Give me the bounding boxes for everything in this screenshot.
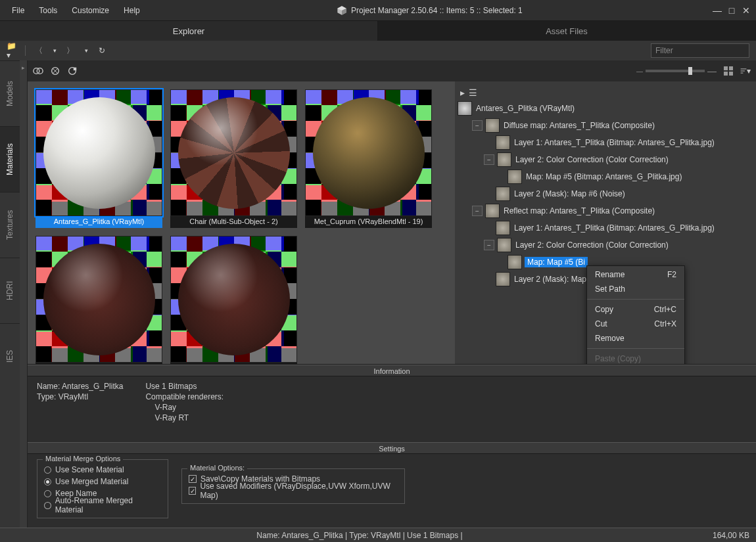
collapse-icon[interactable]: −	[472, 206, 483, 216]
thumb-item[interactable]: Antares_G_Plitka (VRayMtl)	[35, 89, 162, 228]
tool-icon-1[interactable]	[33, 66, 43, 76]
svg-rect-9	[729, 66, 733, 70]
tree-list-icon[interactable]: ☰	[469, 87, 477, 98]
map-swatch-icon	[485, 118, 500, 133]
filter-input[interactable]: Filter	[651, 43, 749, 58]
side-tab-hdri[interactable]: HDRI	[0, 258, 20, 323]
menu-help[interactable]: Help	[117, 3, 147, 18]
info-name-label: Name:	[37, 382, 60, 391]
thumb-item[interactable]: Wood_Dark (VRayMtl)	[35, 236, 162, 364]
svg-rect-14	[741, 73, 744, 74]
sort-icon[interactable]: ▾	[740, 66, 751, 76]
tree-node[interactable]: Layer 1: Antares_T_Plitka (Bitmap: Antar…	[458, 219, 753, 237]
ctx-remove[interactable]: Remove	[587, 331, 684, 346]
side-tab-materials[interactable]: Materials	[0, 126, 20, 192]
svg-rect-13	[741, 70, 745, 71]
ctx-set-path[interactable]: Set Path	[587, 282, 684, 296]
tree-node[interactable]: Layer 2 (Mask): Map #6 (Noise)	[458, 185, 753, 202]
tab-explorer[interactable]: Explorer	[0, 21, 378, 41]
radio-use-scene[interactable]: Use Scene Material	[44, 464, 161, 476]
tool-icon-2[interactable]	[50, 66, 60, 76]
side-collapse-handle[interactable]: ▸	[20, 60, 28, 528]
menu-tools[interactable]: Tools	[32, 3, 64, 18]
side-tabs: Models Materials Textures HDRI IES	[0, 60, 20, 528]
tree-node[interactable]: Layer 1: Antares_T_Plitka (Bitmap: Antar…	[458, 134, 753, 151]
tree-expand-icon[interactable]: ▸	[460, 87, 465, 98]
grid-view-icon[interactable]	[723, 66, 734, 76]
menu-customize[interactable]: Customize	[65, 3, 116, 18]
svg-rect-8	[724, 66, 728, 70]
collapse-icon[interactable]: −	[484, 240, 494, 250]
merge-legend: Material Merge Options	[43, 455, 123, 463]
thumb-caption: Met_Cuprum (VRayBlendMtl - 19)	[305, 216, 432, 228]
nav-back-icon[interactable]: 〈	[34, 45, 44, 56]
tree-panel: ▸ ☰ Antares_G_Plitka (VRayMtl) − Diffuse…	[455, 81, 756, 364]
info-header[interactable]: Information	[28, 365, 756, 376]
thumb-caption: Chair (Multi-Sub-Object - 2)	[170, 216, 297, 228]
tree-node[interactable]: − Layer 2: Color Correction (Color Corre…	[458, 151, 753, 168]
thumbnail-grid: Antares_G_Plitka (VRayMtl) Chair (Multi-…	[28, 81, 455, 364]
collapse-icon[interactable]: −	[484, 154, 494, 165]
svg-rect-11	[729, 72, 733, 76]
refresh-icon[interactable]: ↻	[97, 45, 107, 56]
context-menu: RenameF2 Set Path CopyCtrl+C CutCtrl+X R…	[586, 265, 685, 364]
tree-node[interactable]: Map: Map #5 (Bitmap: Antares_G_Plitka.jp…	[458, 168, 753, 185]
maximize-button[interactable]: □	[727, 6, 736, 15]
close-button[interactable]: ✕	[742, 6, 751, 15]
ctx-copy[interactable]: CopyCtrl+C	[587, 302, 684, 317]
thumb-caption: Wood_Dark_Sed...ayBlendMtl - 19)	[170, 363, 297, 364]
tree-root[interactable]: Antares_G_Plitka (VRayMtl)	[458, 100, 753, 117]
tab-asset-files[interactable]: Asset Files	[378, 21, 756, 41]
ctx-rename[interactable]: RenameF2	[587, 267, 684, 282]
info-type-value: VRayMtl	[59, 392, 88, 401]
info-renderer-1: V-Ray	[145, 403, 224, 412]
ctx-cut[interactable]: CutCtrl+X	[587, 317, 684, 331]
thumb-caption: Antares_G_Plitka (VRayMtl)	[35, 216, 162, 228]
side-tab-ies[interactable]: IES	[0, 323, 20, 389]
nav-forward-icon[interactable]: 〉	[65, 45, 76, 56]
status-size: 164,00 KB	[713, 531, 749, 540]
back-dropdown-icon[interactable]: ▾	[49, 45, 60, 56]
thumb-item[interactable]: Wood_Dark_Sed...ayBlendMtl - 19)	[170, 236, 297, 364]
title-bar: File Tools Customize Help Project Manage…	[0, 0, 756, 21]
folder-dropdown-icon[interactable]: 📁▾	[7, 45, 17, 56]
info-panel: Name: Antares_G_Plitka Type: VRayMtl Use…	[28, 376, 756, 442]
toolbar: 📁▾ 〈 ▾ 〉 ▾ ↻ Filter	[0, 41, 756, 60]
thumb-size-slider[interactable]: — —	[636, 66, 717, 76]
collapse-icon[interactable]: −	[472, 120, 483, 131]
map-swatch-icon	[496, 187, 510, 201]
material-swatch-icon	[458, 101, 472, 116]
menu-file[interactable]: File	[5, 3, 31, 18]
info-type-label: Type:	[37, 392, 56, 401]
tree-node[interactable]: − Diffuse map: Antares_T_Plitka (Composi…	[458, 117, 753, 134]
check-use-modifiers[interactable]: ✓Use saved Modifiers (VRayDisplace,UVW X…	[189, 485, 398, 497]
thumb-toolbar: — — ▾	[28, 60, 756, 81]
radio-use-merged[interactable]: Use Merged Material	[44, 476, 161, 487]
info-compat: Compatible renderers:	[145, 392, 224, 401]
status-center: Name: Antares_G_Plitka | Type: VRayMtl |…	[7, 531, 713, 540]
window-title: Project Manager 2.50.64 :: Items: 5 :: S…	[351, 6, 523, 15]
radio-auto-rename[interactable]: Auto-Rename Merged Material	[44, 499, 161, 511]
settings-header[interactable]: Settings	[28, 442, 756, 454]
tree-node[interactable]: − Layer 2: Color Correction (Color Corre…	[458, 237, 753, 254]
info-name-value: Antares_G_Plitka	[62, 382, 123, 391]
svg-point-4	[37, 68, 43, 74]
map-swatch-icon	[508, 169, 522, 184]
thumb-caption: Wood_Dark (VRayMtl)	[35, 363, 162, 364]
map-swatch-icon	[496, 135, 510, 150]
info-bitmaps: Use 1 Bitmaps	[145, 382, 224, 391]
thumb-item[interactable]: Chair (Multi-Sub-Object - 2)	[170, 89, 297, 228]
tree-node[interactable]: − Reflect map: Antares_T_Plitka (Composi…	[458, 202, 753, 219]
map-swatch-icon	[496, 272, 510, 286]
app-logo-icon	[337, 5, 347, 16]
thumb-item[interactable]: Met_Cuprum (VRayBlendMtl - 19)	[305, 89, 432, 228]
minimize-button[interactable]: —	[713, 6, 722, 15]
map-swatch-icon	[496, 221, 510, 235]
side-tab-models[interactable]: Models	[0, 60, 20, 126]
ctx-paste-copy: Paste (Copy)	[587, 351, 684, 364]
svg-rect-7	[74, 68, 76, 70]
side-tab-textures[interactable]: Textures	[0, 192, 20, 258]
map-swatch-icon	[485, 204, 500, 218]
tool-icon-3[interactable]	[67, 66, 78, 76]
forward-dropdown-icon[interactable]: ▾	[81, 45, 91, 56]
